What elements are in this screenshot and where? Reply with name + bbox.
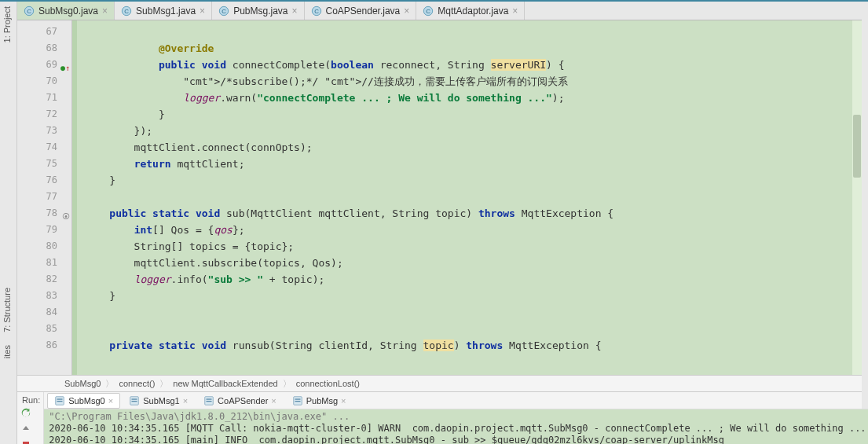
line-number: 71 bbox=[17, 90, 71, 106]
tab-label: SubMsg0.java bbox=[38, 6, 98, 17]
line-number: 85 bbox=[17, 321, 71, 337]
breadcrumb-item[interactable]: new MqttCallbackExtended bbox=[173, 379, 277, 388]
run-tab-label: SubMsg0 bbox=[68, 396, 104, 405]
project-tab-label: 1: Project bbox=[2, 6, 12, 42]
svg-text:C: C bbox=[426, 7, 430, 14]
tab-label: CoAPSender.java bbox=[326, 6, 401, 17]
close-icon[interactable]: × bbox=[183, 396, 188, 405]
code-area[interactable]: @Override public void connectComplete(bo… bbox=[72, 20, 862, 375]
breadcrumb-separator: 〉 bbox=[105, 378, 114, 390]
line-gutter: 676869●↑707172737475767778⦿7980818283848… bbox=[17, 20, 72, 375]
svg-text:C: C bbox=[124, 7, 129, 14]
editor-tab-pubmsg[interactable]: CPubMsg.java× bbox=[212, 2, 304, 20]
line-number: 72 bbox=[17, 106, 71, 123]
breadcrumb-item[interactable]: connect() bbox=[119, 379, 155, 388]
close-icon[interactable]: × bbox=[512, 6, 518, 17]
run-up-icon[interactable] bbox=[19, 422, 33, 436]
editor-tab-submsg0[interactable]: CSubMsg0.java× bbox=[17, 2, 115, 20]
console-output[interactable]: "C:\Program Files\Java\jdk1.8.0_212\bin\… bbox=[44, 409, 868, 444]
run-tabs: SubMsg0×SubMsg1×CoAPSender×PubMsg× bbox=[44, 392, 868, 409]
editor-tab-mqttadaptor[interactable]: CMqttAdaptor.java× bbox=[416, 2, 525, 20]
run-tab-label: CoAPSender bbox=[218, 396, 268, 405]
svg-text:C: C bbox=[222, 7, 226, 14]
scrollbar-thumb[interactable] bbox=[853, 115, 861, 178]
breadcrumb-separator: 〉 bbox=[283, 378, 291, 390]
editor-tab-submsg1[interactable]: CSubMsg1.java× bbox=[115, 2, 212, 20]
right-tool-gutter bbox=[862, 2, 868, 444]
run-tab-submsg1[interactable]: SubMsg1× bbox=[122, 393, 195, 409]
line-number: 81 bbox=[17, 255, 71, 271]
svg-rect-21 bbox=[295, 398, 300, 399]
left-tool-gutter: 1: Project 7: Structure ites bbox=[0, 2, 17, 444]
structure-tool-tab[interactable]: 7: Structure bbox=[0, 283, 14, 337]
line-number: 68 bbox=[17, 40, 71, 57]
close-icon[interactable]: × bbox=[404, 6, 409, 17]
run-tab-label: PubMsg bbox=[306, 396, 338, 405]
svg-rect-19 bbox=[207, 401, 212, 402]
tab-label: PubMsg.java bbox=[233, 6, 288, 17]
line-number: 76 bbox=[17, 172, 71, 189]
line-number: 70 bbox=[17, 73, 71, 90]
svg-rect-13 bbox=[57, 401, 63, 402]
line-number: 77 bbox=[17, 189, 71, 205]
svg-text:C: C bbox=[27, 7, 31, 14]
close-icon[interactable]: × bbox=[102, 6, 108, 17]
svg-rect-12 bbox=[57, 398, 63, 399]
svg-rect-15 bbox=[132, 398, 137, 399]
svg-rect-16 bbox=[132, 401, 137, 402]
line-number: 75 bbox=[17, 156, 71, 172]
editor-tabs: CSubMsg0.java×CSubMsg1.java×CPubMsg.java… bbox=[17, 2, 862, 20]
rerun-icon[interactable] bbox=[19, 406, 33, 420]
run-label: Run: bbox=[17, 392, 43, 405]
svg-rect-22 bbox=[295, 401, 300, 402]
line-number: 67 bbox=[17, 24, 71, 40]
line-number: 86 bbox=[17, 337, 71, 354]
breadcrumb-item[interactable]: connectionLost() bbox=[296, 379, 360, 388]
breadcrumb[interactable]: SubMsg0〉connect()〉new MqttCallbackExtend… bbox=[17, 375, 862, 392]
line-number: 83 bbox=[17, 288, 71, 304]
svg-rect-18 bbox=[207, 398, 212, 399]
breadcrumb-item[interactable]: SubMsg0 bbox=[64, 379, 101, 388]
editor-scrollbar[interactable] bbox=[852, 20, 862, 375]
run-tab-label: SubMsg1 bbox=[143, 396, 179, 405]
run-tab-coapsender[interactable]: CoAPSender× bbox=[196, 393, 284, 409]
close-icon[interactable]: × bbox=[108, 396, 113, 405]
run-tab-submsg0[interactable]: SubMsg0× bbox=[47, 393, 120, 409]
favorites-tool-tab[interactable]: ites bbox=[0, 340, 14, 363]
breadcrumb-separator: 〉 bbox=[159, 378, 168, 390]
line-number: 80 bbox=[17, 238, 71, 255]
line-number: 84 bbox=[17, 304, 71, 321]
editor[interactable]: 676869●↑707172737475767778⦿7980818283848… bbox=[17, 20, 862, 375]
tab-label: MqttAdaptor.java bbox=[438, 6, 508, 17]
editor-tab-coapsender[interactable]: CCoAPSender.java× bbox=[305, 2, 417, 20]
line-number: 73 bbox=[17, 123, 71, 139]
run-panel: Run: SubMsg0×SubMsg1×CoAPSender×PubMsg× … bbox=[17, 392, 862, 444]
line-number: 78⦿ bbox=[17, 205, 71, 222]
run-tab-pubmsg[interactable]: PubMsg× bbox=[285, 393, 353, 409]
close-icon[interactable]: × bbox=[341, 396, 346, 405]
project-tool-tab[interactable]: 1: Project bbox=[0, 2, 14, 47]
close-icon[interactable]: × bbox=[271, 396, 276, 405]
line-number: 82 bbox=[17, 271, 71, 288]
line-number: 74 bbox=[17, 139, 71, 156]
close-icon[interactable]: × bbox=[292, 6, 298, 17]
favorites-tab-label: ites bbox=[2, 345, 12, 358]
line-number: 79 bbox=[17, 222, 71, 238]
run-toolbar bbox=[17, 405, 43, 444]
close-icon[interactable]: × bbox=[200, 6, 205, 17]
tab-label: SubMsg1.java bbox=[136, 6, 196, 17]
structure-tab-label: 7: Structure bbox=[2, 288, 12, 332]
svg-text:C: C bbox=[314, 7, 319, 14]
line-number: 69●↑ bbox=[17, 57, 71, 73]
stop-icon[interactable] bbox=[19, 438, 33, 444]
